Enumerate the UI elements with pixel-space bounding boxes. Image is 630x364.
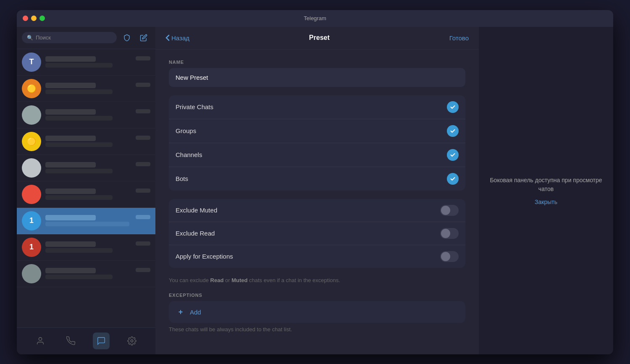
chat-item[interactable]: [17, 261, 155, 287]
chat-info: [45, 162, 150, 173]
chat-info: [45, 268, 150, 279]
chat-time: [136, 189, 150, 193]
private-chats-check: [447, 101, 459, 113]
exclude-muted-toggle[interactable]: [440, 205, 459, 216]
avatar: 1: [22, 211, 41, 230]
avatar: 1: [22, 238, 41, 257]
chat-name: [45, 215, 96, 220]
chat-info: [45, 241, 150, 253]
minimize-button[interactable]: [31, 16, 37, 21]
toggle-thumb: [441, 206, 450, 215]
private-chats-label: Private Chats: [176, 103, 213, 110]
exclude-read-option[interactable]: Exclude Read: [169, 222, 465, 245]
chat-preview: [45, 116, 113, 120]
chat-preview: [45, 142, 113, 147]
toggles-group: Exclude Muted Exclude Read: [169, 199, 465, 268]
add-label: Add: [190, 309, 201, 316]
hint-text: You can exclude Read or Muted chats even…: [169, 276, 465, 285]
search-box[interactable]: 🔍 Поиск: [22, 32, 117, 43]
settings-icon[interactable]: [123, 333, 140, 349]
done-button[interactable]: Готово: [449, 34, 469, 42]
bots-option[interactable]: Bots: [169, 167, 465, 191]
chat-preview: [45, 248, 113, 253]
chat-info: [45, 83, 150, 94]
chat-list: T 🟡: [17, 49, 155, 327]
back-label: Назад: [171, 34, 189, 42]
exclude-read-toggle[interactable]: [440, 228, 459, 239]
groups-check: [447, 125, 459, 137]
add-exception-button[interactable]: + Add: [169, 301, 465, 323]
toggle-thumb: [441, 229, 450, 238]
groups-option[interactable]: Groups: [169, 119, 465, 143]
chat-preview: [45, 195, 113, 200]
chat-item[interactable]: 🟡: [17, 76, 155, 102]
chat-types-group: Private Chats Groups: [169, 95, 465, 191]
chat-item[interactable]: T: [17, 49, 155, 76]
chat-name: [45, 241, 96, 247]
chat-time: [136, 241, 150, 246]
close-button[interactable]: [23, 16, 28, 21]
chat-item[interactable]: 🟡: [17, 128, 155, 155]
chat-preview: [45, 222, 129, 226]
exclude-muted-option[interactable]: Exclude Muted: [169, 199, 465, 222]
chat-item[interactable]: 1: [17, 234, 155, 261]
chats-icon[interactable]: [93, 333, 110, 349]
back-button[interactable]: Назад: [165, 34, 189, 42]
private-chats-option[interactable]: Private Chats: [169, 95, 465, 119]
window-controls: [23, 16, 45, 21]
avatar: 🟡: [22, 132, 41, 151]
bots-label: Bots: [176, 175, 188, 182]
channels-label: Channels: [176, 151, 202, 158]
chat-time: [136, 109, 150, 113]
chat-name: [45, 56, 96, 62]
chat-preview: [45, 63, 113, 68]
panel-header: Назад Preset Готово: [155, 27, 479, 50]
apply-exceptions-toggle[interactable]: [440, 251, 459, 262]
panel-title: Preset: [309, 34, 330, 42]
compose-icon[interactable]: [137, 31, 150, 45]
groups-label: Groups: [176, 127, 196, 134]
channels-option[interactable]: Channels: [169, 143, 465, 167]
chat-preview: [45, 275, 113, 279]
chat-item-active[interactable]: 1: [17, 208, 155, 234]
right-panel: Боковая панель доступна при просмотре ча…: [479, 27, 613, 354]
close-sidebar-button[interactable]: Закрыть: [535, 199, 557, 205]
search-placeholder: Поиск: [36, 34, 51, 41]
preset-name-input[interactable]: [169, 68, 465, 87]
apply-exceptions-option[interactable]: Apply for Exceptions: [169, 245, 465, 268]
svg-point-0: [39, 338, 42, 340]
hint-read: Read: [210, 277, 224, 283]
chat-item[interactable]: [17, 102, 155, 128]
app-window: Telegram 🔍 Поиск: [17, 10, 613, 354]
avatar: T: [22, 52, 41, 72]
search-icon: 🔍: [27, 35, 33, 41]
chat-info: [45, 136, 150, 147]
chat-name: [45, 136, 96, 141]
exclude-read-label: Exclude Read: [176, 230, 215, 237]
calls-icon[interactable]: [63, 333, 79, 349]
shield-icon[interactable]: [120, 31, 134, 45]
chat-info: [45, 56, 150, 68]
chat-time: [136, 162, 150, 166]
toggle-track: [440, 251, 459, 262]
exclude-muted-label: Exclude Muted: [176, 207, 217, 214]
app-title: Telegram: [304, 15, 326, 21]
chat-item[interactable]: [17, 181, 155, 208]
toggle-thumb: [441, 252, 450, 261]
avatar: [22, 158, 41, 178]
chat-info: [45, 189, 150, 200]
chat-preview: [45, 169, 113, 173]
svg-point-1: [131, 340, 133, 342]
channels-check: [447, 149, 459, 161]
chat-name: [45, 83, 96, 88]
contacts-icon[interactable]: [32, 333, 49, 349]
exceptions-section-label: EXCEPTIONS: [169, 293, 465, 298]
avatar: [22, 185, 41, 204]
chat-item[interactable]: [17, 155, 155, 181]
maximize-button[interactable]: [39, 16, 45, 21]
chat-time: [136, 268, 150, 272]
name-section-label: NAME: [169, 60, 465, 65]
chat-name: [45, 189, 96, 194]
chat-time: [136, 56, 150, 60]
avatar: [22, 264, 41, 283]
